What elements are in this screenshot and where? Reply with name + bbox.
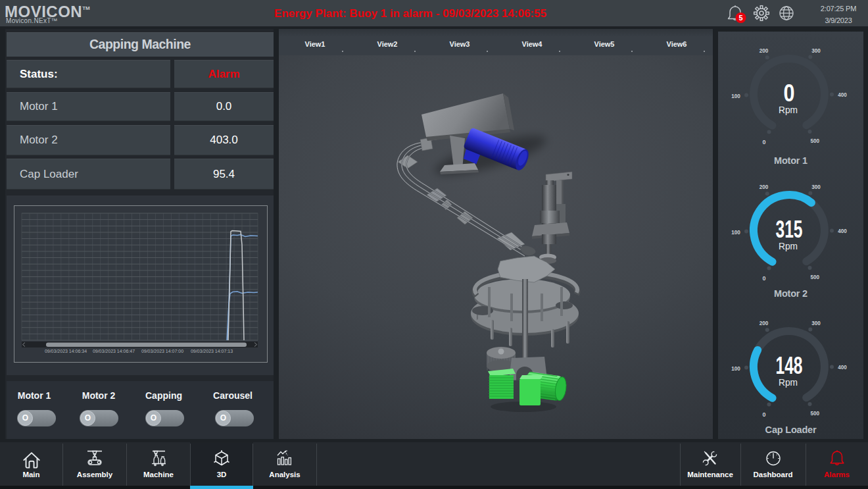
- svg-text:300: 300: [811, 184, 821, 190]
- svg-text:500: 500: [811, 410, 820, 417]
- svg-text:Rpm: Rpm: [779, 376, 798, 388]
- svg-text:100: 100: [731, 229, 740, 236]
- svg-text:500: 500: [811, 138, 820, 144]
- svg-text:200: 200: [760, 47, 769, 54]
- svg-text:5: 5: [738, 14, 742, 22]
- svg-text:100: 100: [731, 93, 740, 99]
- svg-text:400: 400: [838, 91, 847, 98]
- svg-text:400: 400: [838, 228, 847, 234]
- svg-text:200: 200: [760, 184, 769, 190]
- svg-text:500: 500: [811, 274, 820, 280]
- svg-text:0: 0: [762, 139, 765, 145]
- svg-text:Rpm: Rpm: [779, 104, 798, 115]
- svg-text:300: 300: [811, 47, 821, 54]
- svg-text:315: 315: [776, 216, 803, 243]
- svg-text:0: 0: [762, 275, 765, 282]
- svg-text:100: 100: [731, 365, 740, 372]
- svg-text:Rpm: Rpm: [779, 240, 798, 251]
- svg-text:0: 0: [784, 80, 795, 107]
- svg-text:0: 0: [762, 411, 765, 418]
- svg-text:300: 300: [811, 320, 821, 326]
- svg-text:400: 400: [838, 364, 847, 371]
- svg-text:148: 148: [776, 352, 803, 379]
- svg-text:200: 200: [760, 320, 769, 326]
